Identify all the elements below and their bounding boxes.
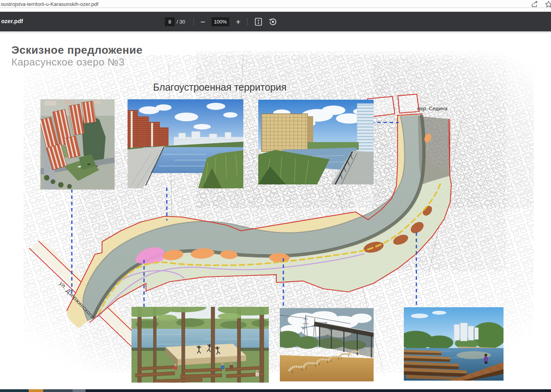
bookmark-star-icon[interactable]: [545, 1, 551, 8]
taskbar-segment: [86, 389, 551, 392]
photo-lake-construction-promenade: [258, 100, 374, 184]
pdf-toolbar: ozer.pdf / 30 − 100% +: [0, 12, 551, 31]
taskbar-segment: [43, 389, 73, 392]
photo-beach-sun-loungers-pavilion: [280, 308, 374, 381]
taskbar-segment: [0, 389, 29, 392]
taskbar-segment: [73, 389, 86, 392]
toolbar-separator: [193, 18, 194, 26]
taskbar-segment: [29, 389, 43, 392]
divider: [0, 7, 551, 8]
taskbar: [0, 389, 551, 392]
photo-aerial-residential-towers-lake: [40, 99, 115, 190]
photo-lakeside-amphitheater-stage-render: [131, 307, 269, 383]
rotate-page-button[interactable]: [268, 16, 278, 27]
page-total: / 30: [177, 19, 185, 25]
toolbar-shadow: [0, 31, 551, 33]
tab-title: oustrojstva-territorii-u-Karasunskih-oze…: [1, 1, 99, 7]
section-heading: Благоустроенная территория: [133, 82, 306, 93]
page-subtitle: Карасунское озеро №3: [11, 56, 124, 68]
zoom-in-button[interactable]: +: [233, 16, 243, 27]
share-icon[interactable]: [531, 1, 539, 8]
street-label-sedina: пер. Седина: [417, 106, 447, 111]
zoom-level[interactable]: 100%: [212, 17, 229, 26]
pdf-filename: ozer.pdf: [1, 18, 23, 24]
photo-wooden-piers-lake-evening: [404, 307, 504, 381]
page-number-input[interactable]: [165, 17, 175, 26]
fit-to-page-button[interactable]: [253, 16, 263, 27]
page-title: Эскизное предложение: [11, 44, 142, 57]
browser-top-strip: oustrojstva-territorii-u-Karasunskih-oze…: [0, 0, 551, 12]
photo-lake-embankment-red-towers: [128, 99, 243, 188]
toolbar-separator: [247, 18, 248, 26]
zoom-out-button[interactable]: −: [198, 16, 208, 27]
